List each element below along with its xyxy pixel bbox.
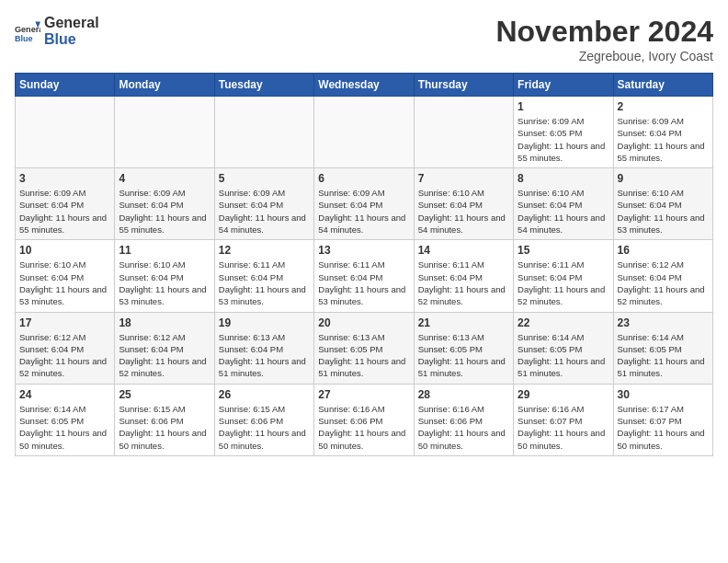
calendar-cell	[115, 97, 214, 168]
calendar-cell: 22Sunrise: 6:14 AMSunset: 6:05 PMDayligh…	[514, 312, 613, 384]
calendar-cell	[214, 97, 313, 168]
calendar-cell: 17Sunrise: 6:12 AMSunset: 6:04 PMDayligh…	[16, 312, 115, 384]
day-info: Sunrise: 6:12 AMSunset: 6:04 PMDaylight:…	[618, 259, 709, 307]
calendar-cell: 30Sunrise: 6:17 AMSunset: 6:07 PMDayligh…	[613, 384, 712, 455]
day-number: 3	[19, 172, 110, 185]
calendar-cell: 21Sunrise: 6:13 AMSunset: 6:05 PMDayligh…	[414, 312, 513, 384]
logo-icon: General Blue	[15, 18, 40, 44]
col-header-saturday: Saturday	[613, 74, 712, 97]
logo: General Blue General Blue	[15, 15, 99, 47]
day-number: 1	[518, 100, 609, 113]
day-info: Sunrise: 6:16 AMSunset: 6:06 PMDaylight:…	[418, 403, 509, 452]
logo-general: General	[44, 15, 99, 31]
day-number: 4	[119, 172, 210, 185]
calendar-cell: 27Sunrise: 6:16 AMSunset: 6:06 PMDayligh…	[314, 384, 414, 455]
calendar-week-row: 3Sunrise: 6:09 AMSunset: 6:04 PMDaylight…	[16, 168, 713, 240]
day-number: 18	[119, 316, 210, 329]
calendar-cell: 29Sunrise: 6:16 AMSunset: 6:07 PMDayligh…	[514, 384, 613, 455]
day-info: Sunrise: 6:09 AMSunset: 6:04 PMDaylight:…	[119, 187, 210, 236]
title-block: November 2024 Zegreboue, Ivory Coast	[495, 15, 713, 63]
day-number: 30	[618, 388, 709, 401]
calendar-cell: 15Sunrise: 6:11 AMSunset: 6:04 PMDayligh…	[514, 240, 613, 312]
day-info: Sunrise: 6:11 AMSunset: 6:04 PMDaylight:…	[318, 259, 409, 307]
calendar-cell: 14Sunrise: 6:11 AMSunset: 6:04 PMDayligh…	[414, 240, 513, 312]
calendar-cell: 28Sunrise: 6:16 AMSunset: 6:06 PMDayligh…	[414, 384, 513, 455]
day-number: 23	[618, 316, 709, 329]
day-number: 13	[318, 244, 409, 257]
day-info: Sunrise: 6:13 AMSunset: 6:05 PMDaylight:…	[318, 331, 409, 380]
calendar-table: SundayMondayTuesdayWednesdayThursdayFrid…	[15, 73, 713, 456]
calendar-week-row: 24Sunrise: 6:14 AMSunset: 6:05 PMDayligh…	[16, 384, 713, 455]
calendar-cell: 1Sunrise: 6:09 AMSunset: 6:05 PMDaylight…	[514, 97, 613, 168]
calendar-week-row: 1Sunrise: 6:09 AMSunset: 6:05 PMDaylight…	[16, 97, 713, 168]
svg-text:Blue: Blue	[15, 34, 33, 43]
location: Zegreboue, Ivory Coast	[495, 49, 713, 63]
day-info: Sunrise: 6:12 AMSunset: 6:04 PMDaylight:…	[119, 331, 210, 380]
calendar-cell: 3Sunrise: 6:09 AMSunset: 6:04 PMDaylight…	[16, 168, 115, 240]
day-info: Sunrise: 6:14 AMSunset: 6:05 PMDaylight:…	[618, 331, 709, 380]
day-info: Sunrise: 6:17 AMSunset: 6:07 PMDaylight:…	[618, 403, 709, 452]
page-header: General Blue General Blue November 2024 …	[15, 15, 713, 63]
col-header-sunday: Sunday	[16, 74, 115, 97]
calendar-cell	[414, 97, 513, 168]
col-header-thursday: Thursday	[414, 74, 513, 97]
day-info: Sunrise: 6:10 AMSunset: 6:04 PMDaylight:…	[418, 187, 509, 236]
day-number: 6	[318, 172, 409, 185]
calendar-cell: 26Sunrise: 6:15 AMSunset: 6:06 PMDayligh…	[214, 384, 313, 455]
day-info: Sunrise: 6:12 AMSunset: 6:04 PMDaylight:…	[19, 331, 110, 380]
calendar-cell: 9Sunrise: 6:10 AMSunset: 6:04 PMDaylight…	[613, 168, 712, 240]
day-info: Sunrise: 6:11 AMSunset: 6:04 PMDaylight:…	[518, 259, 609, 307]
calendar-cell	[314, 97, 414, 168]
calendar-cell: 2Sunrise: 6:09 AMSunset: 6:04 PMDaylight…	[613, 97, 712, 168]
day-info: Sunrise: 6:10 AMSunset: 6:04 PMDaylight:…	[518, 187, 609, 236]
day-number: 10	[19, 244, 110, 257]
day-number: 22	[518, 316, 609, 329]
day-number: 21	[418, 316, 509, 329]
day-info: Sunrise: 6:09 AMSunset: 6:04 PMDaylight:…	[219, 187, 310, 236]
day-number: 2	[618, 100, 709, 113]
day-info: Sunrise: 6:16 AMSunset: 6:07 PMDaylight:…	[518, 403, 609, 452]
day-number: 17	[19, 316, 110, 329]
day-number: 14	[418, 244, 509, 257]
day-number: 8	[518, 172, 609, 185]
day-number: 9	[618, 172, 709, 185]
calendar-cell: 25Sunrise: 6:15 AMSunset: 6:06 PMDayligh…	[115, 384, 214, 455]
day-number: 24	[19, 388, 110, 401]
day-info: Sunrise: 6:09 AMSunset: 6:04 PMDaylight:…	[318, 187, 409, 236]
day-number: 16	[618, 244, 709, 257]
calendar-cell	[16, 97, 115, 168]
calendar-cell: 13Sunrise: 6:11 AMSunset: 6:04 PMDayligh…	[314, 240, 414, 312]
day-info: Sunrise: 6:10 AMSunset: 6:04 PMDaylight:…	[19, 259, 110, 307]
calendar-cell: 5Sunrise: 6:09 AMSunset: 6:04 PMDaylight…	[214, 168, 313, 240]
day-info: Sunrise: 6:10 AMSunset: 6:04 PMDaylight:…	[119, 259, 210, 307]
calendar-cell: 18Sunrise: 6:12 AMSunset: 6:04 PMDayligh…	[115, 312, 214, 384]
day-info: Sunrise: 6:14 AMSunset: 6:05 PMDaylight:…	[19, 403, 110, 452]
day-number: 26	[219, 388, 310, 401]
day-number: 12	[219, 244, 310, 257]
day-info: Sunrise: 6:16 AMSunset: 6:06 PMDaylight:…	[318, 403, 409, 452]
logo-blue: Blue	[44, 31, 99, 48]
day-info: Sunrise: 6:09 AMSunset: 6:05 PMDaylight:…	[518, 115, 609, 164]
calendar-cell: 23Sunrise: 6:14 AMSunset: 6:05 PMDayligh…	[613, 312, 712, 384]
day-info: Sunrise: 6:14 AMSunset: 6:05 PMDaylight:…	[518, 331, 609, 380]
calendar-cell: 4Sunrise: 6:09 AMSunset: 6:04 PMDaylight…	[115, 168, 214, 240]
day-number: 5	[219, 172, 310, 185]
day-number: 19	[219, 316, 310, 329]
day-number: 28	[418, 388, 509, 401]
day-number: 25	[119, 388, 210, 401]
col-header-friday: Friday	[514, 74, 613, 97]
day-info: Sunrise: 6:11 AMSunset: 6:04 PMDaylight:…	[418, 259, 509, 307]
day-info: Sunrise: 6:09 AMSunset: 6:04 PMDaylight:…	[19, 187, 110, 236]
day-info: Sunrise: 6:09 AMSunset: 6:04 PMDaylight:…	[618, 115, 709, 164]
day-info: Sunrise: 6:13 AMSunset: 6:04 PMDaylight:…	[219, 331, 310, 380]
calendar-cell: 11Sunrise: 6:10 AMSunset: 6:04 PMDayligh…	[115, 240, 214, 312]
day-info: Sunrise: 6:11 AMSunset: 6:04 PMDaylight:…	[219, 259, 310, 307]
day-number: 15	[518, 244, 609, 257]
calendar-cell: 12Sunrise: 6:11 AMSunset: 6:04 PMDayligh…	[214, 240, 313, 312]
calendar-cell: 8Sunrise: 6:10 AMSunset: 6:04 PMDaylight…	[514, 168, 613, 240]
month-year: November 2024	[495, 15, 713, 49]
calendar-cell: 16Sunrise: 6:12 AMSunset: 6:04 PMDayligh…	[613, 240, 712, 312]
calendar-cell: 19Sunrise: 6:13 AMSunset: 6:04 PMDayligh…	[214, 312, 313, 384]
calendar-week-row: 10Sunrise: 6:10 AMSunset: 6:04 PMDayligh…	[16, 240, 713, 312]
svg-text:General: General	[15, 25, 40, 34]
